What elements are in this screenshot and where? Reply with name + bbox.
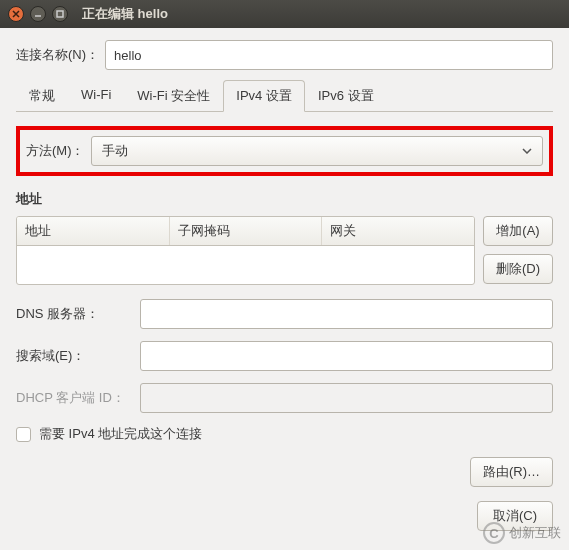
require-ipv4-row: 需要 IPv4 地址完成这个连接	[16, 425, 553, 443]
chevron-down-icon	[522, 148, 532, 154]
window-title: 正在编辑 hello	[82, 5, 168, 23]
connection-name-input[interactable]	[105, 40, 553, 70]
dhcp-row: DHCP 客户端 ID：	[16, 383, 553, 413]
col-gateway: 网关	[322, 217, 474, 245]
add-button[interactable]: 增加(A)	[483, 216, 553, 246]
method-highlight: 方法(M)： 手动	[16, 126, 553, 176]
delete-button[interactable]: 删除(D)	[483, 254, 553, 284]
main-content: 连接名称(N)： 常规 Wi-Fi Wi-Fi 安全性 IPv4 设置 IPv6…	[0, 28, 569, 543]
search-domain-label: 搜索域(E)：	[16, 347, 134, 365]
col-netmask: 子网掩码	[170, 217, 323, 245]
connection-name-label: 连接名称(N)：	[16, 46, 99, 64]
tabs: 常规 Wi-Fi Wi-Fi 安全性 IPv4 设置 IPv6 设置	[16, 80, 553, 112]
table-body[interactable]	[17, 246, 474, 284]
dns-row: DNS 服务器：	[16, 299, 553, 329]
watermark-icon: C	[483, 522, 505, 544]
tab-ipv6[interactable]: IPv6 设置	[305, 80, 387, 112]
dhcp-client-id-label: DHCP 客户端 ID：	[16, 389, 134, 407]
method-select[interactable]: 手动	[91, 136, 544, 166]
titlebar: 正在编辑 hello	[0, 0, 569, 28]
connection-name-row: 连接名称(N)：	[16, 40, 553, 70]
search-domain-input[interactable]	[140, 341, 553, 371]
tab-ipv4[interactable]: IPv4 设置	[223, 80, 305, 112]
minimize-icon[interactable]	[30, 6, 46, 22]
dhcp-client-id-input	[140, 383, 553, 413]
svg-rect-0	[57, 11, 63, 17]
tab-general[interactable]: 常规	[16, 80, 68, 112]
watermark-text: 创新互联	[509, 524, 561, 542]
table-header: 地址 子网掩码 网关	[17, 217, 474, 246]
dns-input[interactable]	[140, 299, 553, 329]
close-icon[interactable]	[8, 6, 24, 22]
routes-row: 路由(R)…	[16, 457, 553, 487]
addresses-section: 地址 子网掩码 网关 增加(A) 删除(D)	[16, 216, 553, 285]
maximize-icon[interactable]	[52, 6, 68, 22]
tab-wifi-security[interactable]: Wi-Fi 安全性	[124, 80, 223, 112]
watermark: C 创新互联	[483, 522, 561, 544]
require-ipv4-checkbox[interactable]	[16, 427, 31, 442]
routes-button[interactable]: 路由(R)…	[470, 457, 553, 487]
method-value: 手动	[102, 142, 128, 160]
col-address: 地址	[17, 217, 170, 245]
search-row: 搜索域(E)：	[16, 341, 553, 371]
require-ipv4-label: 需要 IPv4 地址完成这个连接	[39, 425, 202, 443]
tab-wifi[interactable]: Wi-Fi	[68, 80, 124, 112]
method-label: 方法(M)：	[26, 142, 85, 160]
addresses-buttons: 增加(A) 删除(D)	[483, 216, 553, 285]
dns-label: DNS 服务器：	[16, 305, 134, 323]
footer: 取消(C)	[16, 501, 553, 531]
addresses-table[interactable]: 地址 子网掩码 网关	[16, 216, 475, 285]
addresses-heading: 地址	[16, 190, 553, 208]
